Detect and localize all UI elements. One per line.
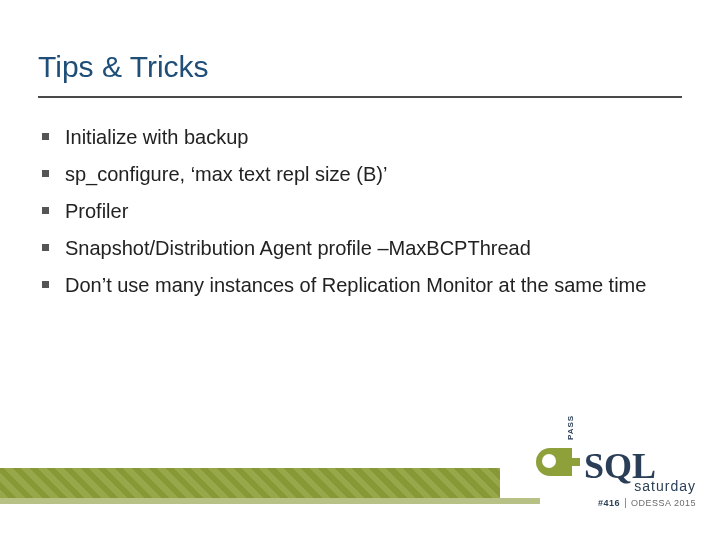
bullet-text: Profiler	[65, 198, 128, 225]
slide-title: Tips & Tricks	[38, 50, 209, 84]
event-number: #416	[598, 498, 620, 508]
footer-accent-thin	[0, 498, 540, 504]
list-item: Don’t use many instances of Replication …	[42, 272, 662, 299]
bullet-icon	[42, 170, 49, 177]
bullet-icon	[42, 133, 49, 140]
separator-icon	[625, 498, 626, 508]
list-item: Profiler	[42, 198, 662, 225]
key-icon: PASS	[536, 442, 580, 482]
bullet-text: Initialize with backup	[65, 124, 248, 151]
slide: Tips & Tricks Initialize with backup sp_…	[0, 0, 720, 540]
footer-accent-bar	[0, 468, 500, 498]
list-item: Snapshot/Distribution Agent profile –Max…	[42, 235, 662, 262]
bullet-text: Snapshot/Distribution Agent profile –Max…	[65, 235, 531, 262]
bullet-icon	[42, 207, 49, 214]
bullet-text: Don’t use many instances of Replication …	[65, 272, 646, 299]
title-underline	[38, 96, 682, 98]
pass-label: PASS	[566, 415, 575, 440]
bullet-list: Initialize with backup sp_configure, ‘ma…	[42, 124, 662, 309]
bullet-text: sp_configure, ‘max text repl size (B)’	[65, 161, 387, 188]
list-item: Initialize with backup	[42, 124, 662, 151]
bullet-icon	[42, 281, 49, 288]
sql-saturday-logo: PASS SQL saturday #416 ODESSA 2015	[536, 442, 696, 520]
list-item: sp_configure, ‘max text repl size (B)’	[42, 161, 662, 188]
event-location: ODESSA 2015	[631, 498, 696, 508]
bullet-icon	[42, 244, 49, 251]
event-tag: #416 ODESSA 2015	[536, 498, 696, 508]
